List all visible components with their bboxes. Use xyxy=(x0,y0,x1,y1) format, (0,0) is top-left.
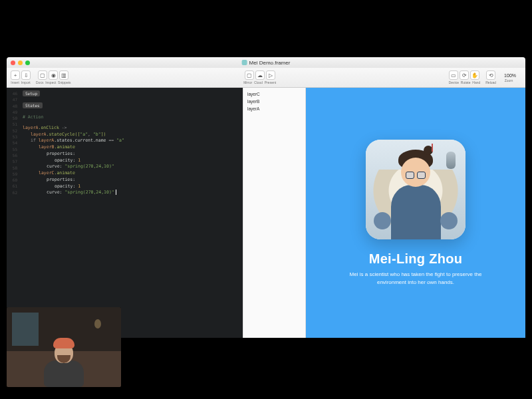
insert-button[interactable]: + xyxy=(11,70,20,80)
hero-title: Mei-Ling Zhou xyxy=(369,251,463,267)
import-button[interactable]: ⇩ xyxy=(21,70,31,80)
device-button[interactable]: ▭ xyxy=(449,70,458,80)
mirror-button[interactable]: ▢ xyxy=(245,70,254,80)
reload-button[interactable]: ⟲ xyxy=(486,70,495,80)
app-window: Mei Demo.framer + ⇩ Insert Import ▢ ◉ ▥ … xyxy=(7,57,525,338)
code-editor[interactable]: 4647484950515253545556575859606162 Setup… xyxy=(7,88,243,338)
code-body[interactable]: Setup States # Action layerA.onClick -> … xyxy=(7,88,243,199)
main-area: 4647484950515253545556575859606162 Setup… xyxy=(7,88,525,338)
fold-setup[interactable]: Setup xyxy=(23,90,40,96)
present-button[interactable]: ▷ xyxy=(266,70,275,80)
hero-subtitle: Mei is a scientist who has taken the fig… xyxy=(336,271,495,285)
titlebar: Mei Demo.framer xyxy=(7,57,525,68)
webcam-overlay xyxy=(7,307,121,387)
layer-item[interactable]: layerA xyxy=(247,105,301,112)
character-image xyxy=(366,140,466,239)
fold-states[interactable]: States xyxy=(23,102,43,108)
snippets-button[interactable]: ▥ xyxy=(59,70,68,80)
toolbar: + ⇩ Insert Import ▢ ◉ ▥ Docs Inspect Sni… xyxy=(7,68,525,88)
rotate-button[interactable]: ⟳ xyxy=(460,70,469,80)
zoom-value[interactable]: 100% xyxy=(504,73,516,78)
layer-item[interactable]: layerC xyxy=(247,90,301,98)
traffic-lights[interactable] xyxy=(11,61,30,65)
hero-card[interactable] xyxy=(366,140,466,239)
document-icon xyxy=(242,60,247,65)
presenter xyxy=(37,335,90,387)
text-cursor xyxy=(116,190,116,195)
cloud-button[interactable]: ☁ xyxy=(255,70,265,80)
hand-button[interactable]: ✋ xyxy=(470,70,479,80)
layer-item[interactable]: layerB xyxy=(247,98,301,105)
preview-canvas[interactable]: Mei-Ling Zhou Mei is a scientist who has… xyxy=(306,88,525,338)
close-icon[interactable] xyxy=(11,61,15,65)
docs-button[interactable]: ▢ xyxy=(38,70,47,80)
inspect-button[interactable]: ◉ xyxy=(49,70,58,80)
fullscreen-icon[interactable] xyxy=(25,61,30,65)
layer-panel[interactable]: layerC layerB layerA xyxy=(243,88,306,338)
code-comment: # Action xyxy=(23,114,240,121)
line-gutter: 4647484950515253545556575859606162 xyxy=(7,88,20,338)
window-title-text: Mei Demo.framer xyxy=(249,60,291,66)
window-title: Mei Demo.framer xyxy=(242,60,291,66)
minimize-icon[interactable] xyxy=(18,61,23,65)
